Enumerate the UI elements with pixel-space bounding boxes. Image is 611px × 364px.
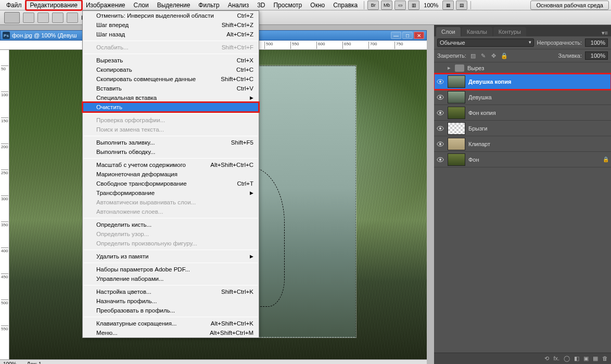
status-doc-info[interactable]: Док: 1 (27, 361, 42, 364)
visibility-toggle[interactable] (436, 64, 444, 72)
new-layer-icon[interactable]: ▦ (593, 355, 598, 362)
intersect-selection-icon[interactable] (67, 12, 78, 23)
menu-item[interactable]: СкопироватьCtrl+C (83, 65, 259, 74)
bridge-icon[interactable]: Br (367, 1, 379, 10)
menu-analysis[interactable]: Анализ (224, 1, 253, 10)
visibility-toggle[interactable] (436, 109, 444, 117)
menu-item[interactable]: Очистить (83, 102, 259, 112)
menu-filter[interactable]: Фильтр (194, 1, 223, 10)
layer-name[interactable]: Клипарт (468, 141, 609, 147)
menu-item[interactable]: Определить кисть... (83, 220, 259, 229)
menu-edit[interactable]: Редактирование (26, 1, 82, 10)
visibility-toggle[interactable] (436, 124, 444, 133)
extras-icon[interactable]: ▦ (442, 1, 454, 10)
layer-row[interactable]: Брызги (434, 121, 611, 136)
menu-3d[interactable]: 3D (253, 1, 269, 10)
layer-thumbnail[interactable] (448, 91, 465, 103)
tab-paths[interactable]: Контуры (493, 27, 526, 36)
group-icon[interactable]: ▣ (583, 355, 589, 362)
menu-item[interactable]: Назначить профиль... (83, 296, 259, 306)
layer-name[interactable]: Фон (468, 157, 600, 163)
layer-name[interactable]: Девушка копия (468, 79, 609, 85)
menu-item[interactable]: Скопировать совмещенные данныеShift+Ctrl… (83, 74, 259, 84)
arrange-icon[interactable]: ▥ (408, 1, 419, 10)
menu-image[interactable]: Изображение (82, 1, 130, 10)
visibility-toggle[interactable] (436, 77, 444, 86)
lock-all-icon[interactable]: 🔒 (501, 53, 508, 59)
minimize-button[interactable]: — (391, 32, 401, 39)
menu-select[interactable]: Выделение (153, 1, 195, 10)
layer-row[interactable]: Фон копия (434, 105, 611, 121)
mb-icon[interactable]: Mb (381, 1, 392, 10)
layer-thumbnail[interactable] (448, 107, 465, 119)
layer-thumbnail[interactable] (448, 153, 465, 166)
zoom-level[interactable]: 100% (421, 2, 441, 8)
menu-item[interactable]: Трансформирование▶ (83, 188, 259, 198)
menu-item[interactable]: Шаг впередShift+Ctrl+Z (83, 20, 259, 30)
blend-mode-select[interactable]: Обычные (437, 38, 534, 47)
layer-thumbnail[interactable] (448, 122, 465, 135)
new-selection-icon[interactable] (23, 12, 34, 23)
subtract-selection-icon[interactable] (52, 12, 63, 23)
mask-icon[interactable]: ◯ (564, 355, 570, 362)
ruler-vertical[interactable]: 50 100 150 200 250 300 350 400 450 500 5… (0, 50, 9, 359)
link-icon[interactable]: ⟲ (544, 355, 549, 362)
menu-item[interactable]: Преобразовать в профиль... (83, 306, 259, 315)
expand-icon[interactable]: ▸ (448, 64, 452, 71)
menu-help[interactable]: Справка (329, 1, 362, 10)
menu-item[interactable]: Масштаб с учетом содержимогоAlt+Shift+Ct… (83, 160, 259, 170)
visibility-toggle[interactable] (436, 140, 444, 148)
maximize-button[interactable]: □ (402, 32, 413, 39)
tab-layers[interactable]: Слои (436, 27, 461, 36)
layer-name[interactable]: Вырез (467, 65, 609, 71)
menu-item[interactable]: Клавиатурные сокращения...Alt+Shift+Ctrl… (83, 319, 259, 328)
menu-item[interactable]: Выполнить заливку...Shift+F5 (83, 138, 259, 147)
panel-menu-icon[interactable]: ▾≡ (599, 30, 611, 36)
layer-row[interactable]: Фон🔒 (434, 152, 611, 167)
menu-window[interactable]: Окно (306, 1, 329, 10)
tool-preset[interactable] (4, 12, 20, 23)
tab-channels[interactable]: Каналы (462, 27, 492, 36)
menu-item[interactable]: Свободное трансформированиеCtrl+T (83, 179, 259, 188)
menu-item[interactable]: Шаг назадAlt+Ctrl+Z (83, 30, 259, 39)
menu-layers[interactable]: Слои (130, 1, 153, 10)
lock-transparent-icon[interactable]: ▨ (469, 53, 477, 59)
layer-thumbnail[interactable] (448, 138, 465, 150)
lock-paint-icon[interactable]: ✎ (480, 53, 487, 59)
layer-thumbnail[interactable] (448, 75, 465, 88)
menu-view[interactable]: Просмотр (269, 1, 306, 10)
lock-position-icon[interactable]: ✥ (490, 53, 498, 59)
layer-row[interactable]: Девушка копия (434, 74, 611, 89)
menu-item[interactable]: Выполнить обводку... (83, 147, 259, 157)
status-zoom[interactable]: 100% (3, 361, 17, 364)
close-button[interactable]: ✕ (414, 32, 424, 39)
fx-icon[interactable]: fx. (553, 355, 559, 362)
screen-mode-icon[interactable]: ▭ (394, 1, 406, 10)
opacity-input[interactable]: 100% (585, 38, 608, 47)
menu-item[interactable]: Удалить из памяти▶ (83, 252, 259, 261)
workspace-button[interactable]: Основная рабочая среда (530, 1, 609, 10)
layer-row[interactable]: Клипарт (434, 136, 611, 152)
adjustment-icon[interactable]: ◧ (574, 355, 579, 362)
menu-item[interactable]: Меню...Alt+Shift+Ctrl+M (83, 328, 259, 337)
visibility-toggle[interactable] (436, 155, 444, 164)
menu-item[interactable]: Специальная вставка▶ (83, 93, 259, 102)
menu-item[interactable]: Марионеточная деформация (83, 170, 259, 179)
proof-icon[interactable]: ▤ (456, 1, 467, 10)
layer-name[interactable]: Брызги (468, 125, 609, 132)
fill-input[interactable]: 100% (585, 51, 608, 60)
menu-item[interactable]: Настройка цветов...Shift+Ctrl+K (83, 287, 259, 296)
menu-file[interactable]: Файл (2, 1, 26, 10)
menu-item[interactable]: ВставитьCtrl+V (83, 84, 259, 93)
visibility-toggle[interactable] (436, 93, 444, 101)
layer-name[interactable]: Девушка (468, 94, 609, 100)
trash-icon[interactable]: 🗑 (602, 355, 608, 362)
layer-name[interactable]: Фон копия (468, 110, 609, 116)
menu-item[interactable]: ВырезатьCtrl+X (83, 56, 259, 65)
layer-row[interactable]: Девушка (434, 89, 611, 105)
layer-group[interactable]: ▸ Вырез (434, 62, 611, 74)
menu-item[interactable]: Отменить: Инверсия выделенной областиCtr… (83, 11, 259, 20)
menu-item[interactable]: Управление наборами... (83, 274, 259, 283)
menu-item[interactable]: Наборы параметров Adobe PDF... (83, 265, 259, 274)
add-selection-icon[interactable] (37, 12, 49, 23)
